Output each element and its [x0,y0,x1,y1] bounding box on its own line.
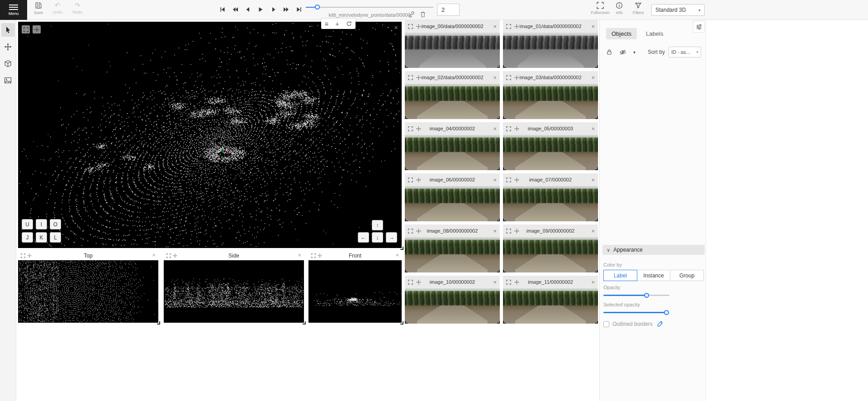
move-tile-icon[interactable] [514,229,519,234]
move-tile-icon[interactable] [514,24,519,29]
outlined-borders-checkbox[interactable] [603,321,609,327]
expand-viewport-icon[interactable] [166,253,171,258]
close-tile-icon[interactable]: × [591,177,595,183]
nav-left-button[interactable]: ← [358,232,369,243]
undo-button[interactable]: ↶ Undo [48,2,67,14]
delete-icon[interactable] [419,11,427,19]
play-button[interactable] [254,3,266,16]
color-by-option-group[interactable]: Group [670,270,704,281]
tool-move[interactable] [1,40,15,53]
timeline-handle[interactable] [315,5,320,10]
selected-opacity-slider-handle[interactable] [664,310,669,315]
move-tile-icon[interactable] [416,280,421,285]
info-button[interactable]: Info [610,2,629,15]
close-tile-icon[interactable]: × [493,177,497,183]
resize-handle[interactable] [400,321,403,325]
hotkey-k[interactable]: K [36,232,47,243]
move-tile-icon[interactable] [416,24,421,29]
expand-viewport-icon[interactable] [311,253,316,258]
expand-viewport-icon[interactable] [21,253,25,258]
image-thumbnail[interactable] [405,237,500,272]
add-object-icon[interactable]: + [335,21,339,27]
panel-settings-icon[interactable] [693,21,705,33]
expand-tile-icon[interactable] [408,177,413,182]
close-tile-icon[interactable]: × [493,279,497,286]
expand-viewport-icon[interactable] [22,25,30,33]
color-by-option-label[interactable]: Label [603,270,637,281]
image-thumbnail[interactable] [503,84,598,119]
resize-handle[interactable] [303,321,306,325]
resize-handle[interactable] [400,247,403,250]
close-viewport-icon[interactable]: × [394,24,398,31]
image-thumbnail[interactable] [405,186,500,221]
tab-labels[interactable]: Labels [640,28,669,39]
image-thumbnail[interactable] [405,33,500,68]
eyedropper-icon[interactable] [657,321,663,327]
hotkey-i[interactable]: I [36,219,47,229]
first-frame-button[interactable] [216,3,228,16]
close-tile-icon[interactable]: × [493,125,497,132]
move-viewport-icon[interactable] [173,253,177,258]
viewport-top[interactable]: Top × [18,251,158,323]
move-tile-icon[interactable] [514,177,519,182]
close-tile-icon[interactable]: × [493,74,497,81]
image-thumbnail[interactable] [503,135,598,170]
viewport-side[interactable]: Side × [164,251,304,323]
fast-backward-button[interactable] [229,3,241,16]
appearance-header[interactable]: ∨ Appearance [602,245,705,255]
image-thumbnail[interactable] [503,33,598,68]
expand-tile-icon[interactable] [506,177,511,182]
close-tile-icon[interactable]: × [493,228,497,234]
menu-button[interactable]: Menu [0,0,27,20]
tool-image[interactable] [1,73,15,87]
context-menu-icon[interactable]: ≡ [325,21,328,27]
close-tile-icon[interactable]: × [591,125,595,132]
tool-select-cursor[interactable] [1,23,15,37]
last-frame-button[interactable] [292,3,304,16]
chevron-down-icon[interactable]: ▾ [633,50,636,55]
image-thumbnail[interactable] [405,135,500,170]
move-tile-icon[interactable] [514,75,519,80]
tab-objects[interactable]: Objects [606,28,637,39]
reset-view-icon[interactable] [346,21,352,27]
hotkey-u[interactable]: U [22,219,33,229]
close-tile-icon[interactable]: × [493,23,497,30]
image-thumbnail[interactable] [503,288,598,324]
opacity-slider[interactable] [603,292,669,298]
expand-tile-icon[interactable] [408,24,413,29]
move-tile-icon[interactable] [514,126,519,131]
close-viewport-icon[interactable]: × [152,252,156,258]
hotkey-o[interactable]: O [50,219,61,229]
move-viewport-icon[interactable] [33,25,41,33]
next-frame-button[interactable] [267,3,279,16]
image-thumbnail[interactable] [503,186,598,221]
move-viewport-icon[interactable] [27,253,32,258]
move-tile-icon[interactable] [514,280,519,285]
fullscreen-button[interactable]: Fullscreen [591,2,610,15]
tool-cuboid[interactable] [1,57,15,70]
previous-frame-button[interactable] [242,3,253,16]
expand-tile-icon[interactable] [408,280,413,285]
move-viewport-icon[interactable] [318,253,322,258]
view-mode-select[interactable]: Standard 3D ▾ [651,4,705,16]
close-viewport-icon[interactable]: × [395,252,399,258]
image-thumbnail[interactable] [405,84,500,119]
hotkey-j[interactable]: J [22,232,33,243]
close-tile-icon[interactable]: × [591,23,595,30]
sort-select[interactable]: ID - as... ▾ [669,47,701,57]
resize-handle[interactable] [157,321,160,325]
filters-button[interactable]: Filters [629,2,648,15]
move-tile-icon[interactable] [416,75,421,80]
frame-number-input[interactable] [437,4,460,16]
expand-tile-icon[interactable] [506,75,511,80]
close-tile-icon[interactable]: × [591,279,595,286]
expand-tile-icon[interactable] [506,24,511,29]
close-tile-icon[interactable]: × [591,228,595,234]
expand-tile-icon[interactable] [408,126,413,131]
color-by-option-instance[interactable]: Instance [637,270,671,281]
move-tile-icon[interactable] [416,177,421,182]
nav-up-button[interactable]: ↑ [372,220,383,230]
hide-all-eye-off-icon[interactable] [619,49,626,56]
close-tile-icon[interactable]: × [591,74,595,81]
expand-tile-icon[interactable] [506,126,511,131]
